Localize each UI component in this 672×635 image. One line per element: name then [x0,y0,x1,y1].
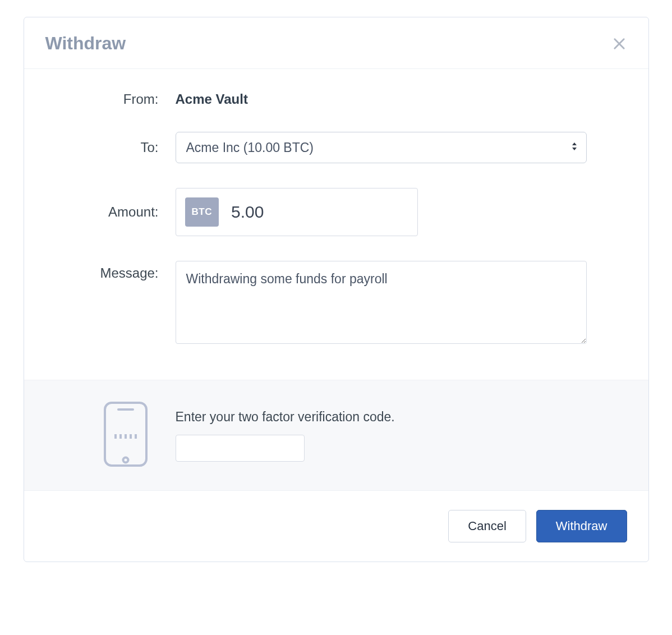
cancel-button[interactable]: Cancel [448,510,526,542]
from-value: Acme Vault [176,91,587,107]
amount-input[interactable] [219,197,444,227]
modal-footer: Cancel Withdraw [24,491,648,562]
modal-header: Withdraw [24,17,648,69]
amount-row: Amount: BTC [86,188,587,236]
amount-label: Amount: [86,204,176,220]
to-row: To: Acme Inc (10.00 BTC) [86,132,587,163]
to-select[interactable]: Acme Inc (10.00 BTC) [176,132,587,163]
modal-title: Withdraw [45,33,126,54]
twofa-content: Enter your two factor verification code. [176,409,615,462]
svg-point-6 [123,458,128,463]
twofa-code-input[interactable] [176,435,305,462]
withdraw-modal: Withdraw From: Acme Vault To: Acme Inc (… [24,17,649,562]
message-label: Message: [86,261,176,281]
withdraw-button[interactable]: Withdraw [536,510,627,542]
twofa-section: Enter your two factor verification code. [24,380,648,491]
message-textarea[interactable]: Withdrawing some funds for payroll [176,261,587,344]
message-row: Message: Withdrawing some funds for payr… [86,261,587,346]
close-button[interactable] [611,36,627,52]
to-label: To: [86,140,176,155]
from-label: From: [86,91,176,107]
twofa-prompt: Enter your two factor verification code. [176,409,615,425]
amount-group: BTC [176,188,418,236]
modal-body: From: Acme Vault To: Acme Inc (10.00 BTC… [24,69,648,380]
phone-icon [103,401,149,470]
from-row: From: Acme Vault [86,91,587,107]
close-icon [611,36,627,52]
to-select-wrap: Acme Inc (10.00 BTC) [176,132,587,163]
currency-badge: BTC [185,197,219,227]
